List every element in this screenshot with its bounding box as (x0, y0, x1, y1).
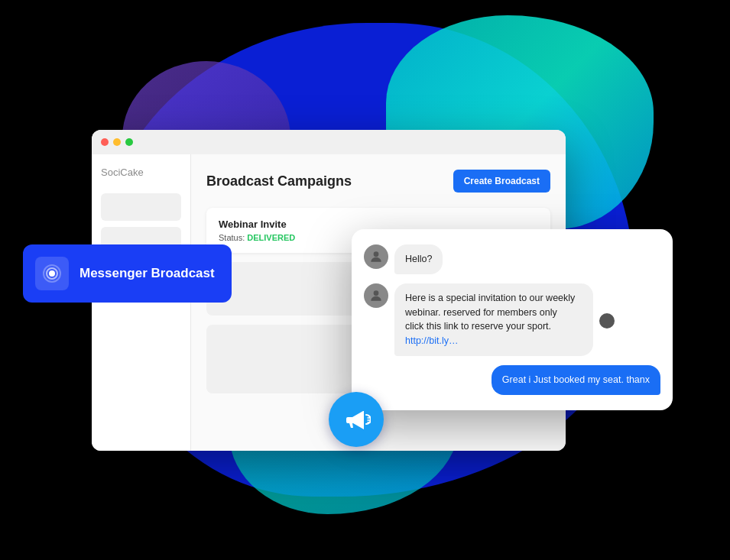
badge-icon-container (35, 257, 69, 290)
status-value: DELIVERED (247, 233, 295, 242)
feature-badge: Messenger Broadcast (23, 244, 232, 303)
browser-titlebar (92, 130, 566, 154)
chat-window: Hello? Here is a special invitation to o… (352, 229, 673, 410)
chat-message-1: Hello? (364, 244, 660, 274)
dot-green (125, 138, 133, 146)
page-title: Broadcast Campaigns (206, 173, 352, 189)
chat-messages: Hello? Here is a special invitation to o… (364, 244, 660, 395)
chat-message-2: Here is a special invitation to our week… (364, 283, 660, 356)
chat-message-3: Great i Just booked my seat. thanx (364, 365, 660, 395)
badge-title: Messenger Broadcast (79, 265, 215, 281)
sender-avatar-1 (364, 244, 388, 269)
sidebar-logo: SociCake (101, 167, 181, 178)
megaphone-icon (329, 392, 384, 447)
status-label: Status: (219, 233, 245, 242)
page-header: Broadcast Campaigns Create Broadcast (206, 170, 550, 193)
sidebar: SociCake (92, 154, 191, 451)
dot-red (101, 138, 109, 146)
svg-point-5 (49, 270, 55, 277)
dot-yellow (113, 138, 121, 146)
broadcast-icon (41, 263, 63, 284)
right-avatar (599, 313, 615, 329)
sender-avatar-2 (364, 283, 388, 308)
chat-link: http://bit.ly… (405, 335, 458, 346)
create-broadcast-button[interactable]: Create Broadcast (453, 170, 550, 193)
svg-point-0 (374, 251, 379, 257)
chat-bubble-1: Hello? (394, 244, 443, 274)
chat-bubble-3: Great i Just booked my seat. thanx (492, 365, 660, 395)
sidebar-menu-item-1 (101, 193, 181, 221)
chat-bubble-2: Here is a special invitation to our week… (394, 283, 593, 356)
campaign-name: Webinar Invite (219, 218, 538, 230)
svg-point-1 (374, 290, 379, 296)
